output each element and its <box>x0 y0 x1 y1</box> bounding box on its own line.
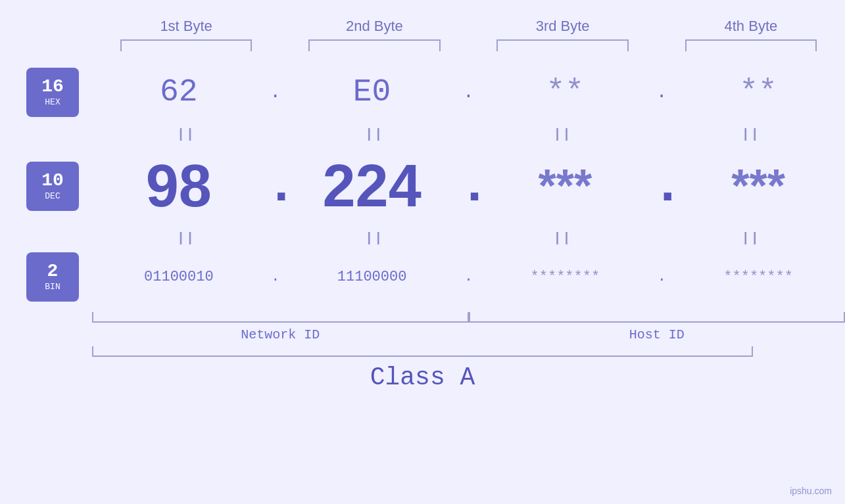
bracket-3 <box>496 39 628 51</box>
bin-b1-value: 01100010 <box>144 269 214 285</box>
hex-b3-cell: ** <box>479 74 652 110</box>
bracket-1 <box>120 39 252 51</box>
bracket-cell-1 <box>92 39 280 51</box>
hex-b2-cell: E0 <box>285 74 459 110</box>
hex-badge: 16 HEX <box>26 68 79 117</box>
dec-badge-label: DEC <box>45 191 60 201</box>
bin-dot1: . <box>266 269 285 285</box>
dec-dot3: . <box>652 156 671 216</box>
hex-badge-number: 16 <box>41 77 64 97</box>
eq1-cell2: || <box>280 127 468 142</box>
hex-dot2: . <box>459 82 479 103</box>
dec-badge: 10 DEC <box>26 162 79 211</box>
hex-row: 16 HEX 62 . E0 . ** . ** <box>0 59 845 125</box>
eq2-sign3: || <box>554 231 572 246</box>
byte2-header: 2nd Byte <box>280 18 468 35</box>
dec-dot2: . <box>459 156 479 216</box>
network-id-label: Network ID <box>92 327 469 342</box>
main-container: 1st Byte 2nd Byte 3rd Byte 4th Byte 16 H… <box>0 0 845 504</box>
eq1-sign4: || <box>742 127 760 142</box>
hex-b1-cell: 62 <box>92 74 266 110</box>
top-brackets <box>92 39 845 59</box>
bin-b4-cell: ******** <box>671 269 845 285</box>
hex-b3-value: ** <box>546 74 585 110</box>
dec-dot1: . <box>266 156 285 216</box>
eq1-cell3: || <box>469 127 657 142</box>
bracket-4 <box>685 39 817 51</box>
eq2-sign2: || <box>365 231 383 246</box>
eq2-cell1: || <box>92 231 280 246</box>
hex-dot3: . <box>652 82 671 103</box>
dec-row: 10 DEC 98 . 224 . *** . *** <box>0 143 845 229</box>
byte4-header: 4th Byte <box>657 18 845 35</box>
hex-b2-value: E0 <box>353 74 391 110</box>
hex-b1-value: 62 <box>160 74 198 110</box>
bin-b2-value: 11100000 <box>337 269 407 285</box>
dec-b2-cell: 224 <box>285 152 459 220</box>
dec-values: 98 . 224 . *** . *** <box>92 152 845 220</box>
bin-b2-cell: 11100000 <box>285 269 459 285</box>
eq1-sign3: || <box>554 127 572 142</box>
hex-badge-label: HEX <box>45 97 60 107</box>
bin-b3-cell: ******** <box>479 269 652 285</box>
bin-b3-value: ******** <box>531 269 600 285</box>
byte-headers: 1st Byte 2nd Byte 3rd Byte 4th Byte <box>92 0 845 39</box>
bracket-cell-2 <box>280 39 468 51</box>
equals-row-1: || || || || <box>92 125 845 143</box>
host-bracket <box>469 312 846 323</box>
bin-dot2: . <box>459 269 479 285</box>
full-bracket <box>92 346 753 357</box>
byte3-header: 3rd Byte <box>469 18 657 35</box>
eq2-sign4: || <box>742 231 760 246</box>
host-id-label: Host ID <box>469 327 846 342</box>
equals-row-2: || || || || <box>92 229 845 247</box>
eq2-cell2: || <box>280 231 468 246</box>
network-bracket <box>92 312 469 323</box>
eq1-sign2: || <box>365 127 383 142</box>
bottom-brackets <box>92 309 845 323</box>
dec-badge-number: 10 <box>41 171 64 191</box>
dec-b1-value: 98 <box>146 152 212 220</box>
eq1-sign1: || <box>177 127 195 142</box>
eq1-cell1: || <box>92 127 280 142</box>
hex-b4-cell: ** <box>671 74 845 110</box>
dec-b2-value: 224 <box>323 152 422 220</box>
id-labels: Network ID Host ID <box>92 323 845 346</box>
bin-badge: 2 BIN <box>26 252 79 302</box>
dec-b4-cell: *** <box>671 160 845 212</box>
bin-dot3: . <box>652 269 671 285</box>
bin-row: 2 BIN 01100010 . 11100000 . ******** . *… <box>0 247 845 306</box>
hex-b4-value: ** <box>739 74 777 110</box>
class-label: Class A <box>0 357 845 395</box>
bin-b4-value: ******** <box>723 269 793 285</box>
bracket-cell-4 <box>657 39 845 51</box>
eq1-cell4: || <box>657 127 845 142</box>
dec-b4-value: *** <box>731 160 785 212</box>
dec-b3-cell: *** <box>479 160 652 212</box>
eq2-cell4: || <box>657 231 845 246</box>
hex-dot1: . <box>266 82 285 103</box>
hex-values: 62 . E0 . ** . ** <box>92 74 845 110</box>
bin-badge-label: BIN <box>45 282 60 292</box>
eq2-sign1: || <box>177 231 195 246</box>
bin-values: 01100010 . 11100000 . ******** . *******… <box>92 269 845 285</box>
eq2-cell3: || <box>469 231 657 246</box>
bin-b1-cell: 01100010 <box>92 269 266 285</box>
dec-b1-cell: 98 <box>92 152 266 220</box>
byte1-header: 1st Byte <box>92 18 280 35</box>
dec-b3-value: *** <box>539 160 592 212</box>
bracket-cell-3 <box>469 39 657 51</box>
watermark: ipshu.com <box>790 486 832 496</box>
bracket-2 <box>308 39 440 51</box>
bin-badge-number: 2 <box>47 262 59 282</box>
